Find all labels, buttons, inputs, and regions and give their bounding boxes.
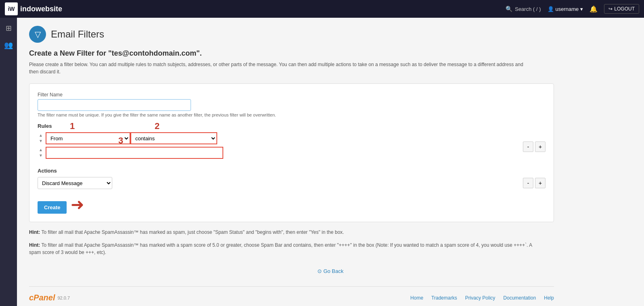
step-3-label: 3 [118,135,123,146]
actions-label: Actions [38,168,545,174]
form-section: Filter Name The filter name must be uniq… [29,83,554,222]
cpanel-logo: cPanel [29,293,55,302]
page-header: ▽ Email Filters [29,26,632,43]
arrow-up-btn-2[interactable]: ▲ [38,147,44,153]
rules-group: Rules 1 2 ▲ ▼ From Any reci [38,123,545,161]
brand-logo[interactable]: iW indowebsite [5,2,62,15]
go-back-link[interactable]: ⊙ Go Back [317,268,343,274]
sidebar-item-users[interactable]: 👥 [2,39,15,52]
create-button[interactable]: Create [38,201,67,214]
footer-left: cPanel 92.0.7 [29,293,70,302]
hint-1-text: To filter all mail that Apache SpamAssas… [41,229,344,235]
username-label: username [556,6,579,12]
user-icon: 👤 [548,6,554,12]
rule-arrows-1: ▲ ▼ [38,133,44,144]
navbar: iW indowebsite 🔍 Search ( / ) 👤 username… [0,0,644,18]
filter-icon: ▽ [29,26,46,43]
main-content: ▽ Email Filters Create a New Filter for … [17,18,644,306]
actions-row-full: Discard Message Deliver to folder Redire… [38,177,545,189]
hint-1-label: Hint: [29,229,40,235]
page-description: Please create a filter below. You can ad… [29,61,534,75]
hint-1: Hint: To filter all mail that Apache Spa… [29,229,534,236]
footer-version: 92.0.7 [57,296,70,300]
footer-link-documentation[interactable]: Documentation [503,295,536,301]
rules-content: 1 2 ▲ ▼ From Any recipient To Subject Re… [38,132,515,161]
footer-link-help[interactable]: Help [544,295,554,301]
logout-button[interactable]: ↪ LOGOUT [604,4,639,14]
footer: cPanel 92.0.7 Home Trademarks Privacy Po… [29,286,554,302]
search-box[interactable]: 🔍 Search ( / ) [506,6,541,12]
brand-icon: iW [5,2,18,15]
rule-from-select[interactable]: From Any recipient To Subject Reply Addr… [46,132,130,144]
footer-links: Home Trademarks Privacy Policy Documenta… [410,295,554,301]
rules-row-2: 3 ▲ ▼ [38,147,515,159]
brand-name: indowebsite [20,5,62,13]
footer-link-privacy[interactable]: Privacy Policy [465,295,495,301]
footer-link-trademarks[interactable]: Trademarks [431,295,457,301]
arrow-indicator: ➜ [71,196,84,212]
bell-icon[interactable]: 🔔 [589,5,598,13]
rule-contains-select[interactable]: contains does not contain begins with en… [130,132,217,144]
arrow-up-btn[interactable]: ▲ [38,133,44,138]
page-subtitle: Create a New Filter for "tes@contohdomai… [29,49,632,58]
go-back-section: ⊙ Go Back [29,268,632,274]
chevron-down-icon: ▾ [580,6,583,12]
rules-row-1: 1 2 ▲ ▼ From Any recipient To Subject Re… [38,132,515,144]
cpanel-logo-text: cPanel [29,293,55,302]
create-row: Create ➜ [38,195,545,214]
sidebar: ⊞ 👥 [0,18,17,306]
filter-name-input[interactable] [38,99,191,111]
rules-plus-button[interactable]: + [535,142,545,152]
navbar-right: 🔍 Search ( / ) 👤 username ▾ 🔔 ↪ LOGOUT [506,4,639,14]
search-icon: 🔍 [506,6,512,12]
rule-value-input[interactable] [46,147,223,159]
actions-minus-plus: - + [523,178,545,188]
footer-link-home[interactable]: Home [410,295,423,301]
step-2-label: 2 [155,121,159,131]
hint-2-text: To filter all mail that Apache SpamAssas… [29,242,532,255]
page-title: Email Filters [51,29,104,40]
logout-label: LOGOUT [614,6,635,12]
hint-2: Hint: To filter all mail that Apache Spa… [29,241,534,256]
actions-plus-button[interactable]: + [535,178,545,188]
filter-name-label: Filter Name [38,92,545,98]
rule-arrows-2: ▲ ▼ [38,147,44,158]
hint-2-label: Hint: [29,242,40,248]
actions-minus-button[interactable]: - [523,178,533,188]
action-select[interactable]: Discard Message Deliver to folder Redire… [38,177,112,189]
filter-name-group: Filter Name The filter name must be uniq… [38,92,545,117]
arrow-down-btn[interactable]: ▼ [38,138,44,144]
logout-icon: ↪ [608,6,613,12]
actions-group: Actions Discard Message Deliver to folde… [38,168,545,189]
filter-name-hint: The filter name must be unique. If you g… [38,112,545,117]
arrow-down-btn-2[interactable]: ▼ [38,153,44,158]
user-menu[interactable]: 👤 username ▾ [548,6,583,12]
rules-row-container: 1 2 ▲ ▼ From Any recipient To Subject Re… [38,132,545,161]
rules-minus-plus: - + [523,142,545,152]
sidebar-item-grid[interactable]: ⊞ [2,22,15,35]
step-1-label: 1 [70,121,75,131]
search-label: Search ( / ) [515,6,541,12]
rules-label: Rules [38,123,545,129]
rules-minus-button[interactable]: - [523,142,533,152]
